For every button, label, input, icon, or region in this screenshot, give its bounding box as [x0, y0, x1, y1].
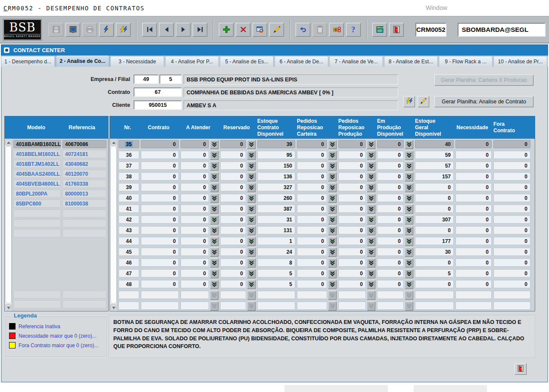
detail-cell-col8[interactable]: 0 [377, 183, 404, 191]
detail-cell-col5[interactable]: 39 [257, 140, 295, 148]
detail-cell-col4[interactable]: 0 [220, 140, 246, 148]
detail-cell-col9[interactable]: 307 [415, 215, 454, 224]
chevron-down-icon-button[interactable] [328, 215, 337, 224]
detail-cell-col8[interactable]: 0 [377, 215, 404, 224]
chevron-down-icon-button[interactable] [367, 237, 375, 246]
detail-cell-col4[interactable]: 0 [220, 269, 246, 277]
modelo-cell[interactable]: 80BPL200PA [13, 190, 61, 198]
modelo-cell[interactable]: 4018BTJM1402LL [13, 160, 61, 168]
detail-cell-col6[interactable]: 0 [297, 237, 327, 245]
detail-cell-col10[interactable]: 0 [455, 215, 492, 224]
detail-cell-col1[interactable]: 35 [119, 140, 139, 148]
detail-cell-col1[interactable]: 48 [119, 280, 139, 288]
tab-7[interactable]: 7 - Analise de Ve... [329, 56, 383, 67]
detail-cell-col4[interactable]: 0 [220, 226, 246, 234]
detail-cell-col2[interactable]: 0 [141, 140, 179, 148]
detail-cell-col5[interactable]: 24 [257, 248, 295, 256]
menu-icon-button[interactable]: Menu [372, 23, 387, 37]
undo-icon-button[interactable] [296, 23, 310, 37]
chevron-down-icon-button[interactable] [247, 258, 256, 268]
program-code-field[interactable]: CRM0052 [415, 23, 446, 37]
referencia-cell[interactable]: 81000038 [62, 199, 106, 208]
chevron-down-icon-button[interactable] [247, 280, 256, 289]
detail-cell-col1[interactable]: 42 [119, 215, 139, 224]
empresa-input[interactable]: 49 [134, 75, 159, 84]
detail-cell-col5[interactable]: 8 [257, 258, 295, 267]
detail-cell-col3[interactable]: 0 [181, 140, 209, 148]
detail-cell-col3[interactable]: 0 [181, 237, 209, 245]
detail-cell-col10[interactable]: 0 [455, 140, 492, 148]
scrollbar-thumb[interactable] [110, 146, 117, 304]
detail-cell-col10[interactable]: 0 [455, 205, 492, 213]
detail-cell-col7[interactable]: 0 [338, 172, 366, 180]
detail-cell-col7[interactable]: 0 [338, 226, 366, 234]
detail-cell-col2[interactable]: 0 [141, 215, 179, 224]
detail-cell-col9[interactable]: 57 [415, 162, 454, 170]
edit-pencil-icon-button[interactable] [418, 96, 429, 107]
tab-10[interactable]: 10 - Analise de Pr... [493, 56, 547, 67]
chevron-down-icon-button[interactable] [328, 280, 337, 289]
detail-cell-col6[interactable]: 0 [297, 280, 327, 288]
detail-cell-col3[interactable]: 0 [181, 269, 209, 277]
chevron-down-icon-button[interactable] [367, 183, 375, 192]
chevron-down-icon-button[interactable] [247, 237, 256, 246]
detail-cell-col9[interactable]: 0 [415, 226, 454, 234]
detail-cell-col3[interactable]: 0 [181, 151, 209, 159]
cliente-input[interactable]: 950015 [134, 100, 182, 110]
gerar-planilha-analise-button[interactable]: Gerar Planilha: Analise de Contrato [434, 96, 533, 107]
chevron-down-icon-button[interactable] [328, 162, 337, 171]
referencia-cell[interactable]: 40724181 [62, 150, 106, 158]
detail-cell-col2[interactable]: 0 [141, 205, 179, 213]
chevron-down-icon-button[interactable] [405, 269, 413, 278]
chevron-down-icon-button[interactable] [247, 183, 256, 192]
tab-5[interactable]: 5 - Analise de Es... [220, 56, 274, 67]
detail-cell-col3[interactable]: 0 [181, 205, 209, 213]
chevron-down-icon-button[interactable] [367, 140, 375, 149]
chevron-down-icon-button[interactable] [328, 248, 337, 257]
detail-cell-col2[interactable]: 0 [141, 280, 179, 288]
detail-cell-col4[interactable]: 0 [220, 194, 246, 202]
detail-cell-col11[interactable]: 0 [493, 237, 530, 245]
chevron-down-icon-button[interactable] [367, 215, 375, 224]
detail-cell-col7[interactable]: 0 [338, 237, 366, 245]
detail-cell-col8[interactable]: 0 [377, 226, 404, 234]
scroll-down-icon[interactable] [5, 304, 11, 311]
chevron-down-icon-button[interactable] [247, 269, 256, 278]
user-field[interactable]: SBOMBARDA@SEGL [458, 23, 546, 37]
chevron-down-icon-button[interactable] [405, 183, 413, 192]
modelo-cell[interactable]: 85BPC600 [13, 199, 61, 208]
chevron-down-icon-button[interactable] [210, 258, 218, 268]
chevron-down-icon-button[interactable] [247, 172, 256, 181]
detail-cell-col6[interactable]: 0 [297, 140, 327, 148]
modelo-cell[interactable]: 4018BELM1602LL [13, 150, 61, 158]
tab-8[interactable]: 8 - Analise de Est... [384, 56, 438, 67]
chevron-down-icon-button[interactable] [367, 151, 375, 160]
scrollbar-thumb[interactable] [5, 146, 12, 304]
detail-cell-col2[interactable]: 0 [141, 172, 179, 180]
chevron-down-icon-button[interactable] [247, 194, 256, 203]
chevron-down-icon-button[interactable] [210, 280, 218, 289]
detail-cell-col8[interactable]: 0 [377, 248, 404, 256]
detail-cell-col2[interactable]: 0 [141, 162, 179, 170]
detail-cell-col5[interactable]: 5 [257, 269, 295, 277]
detail-cell-col11[interactable]: 0 [493, 226, 530, 234]
detail-cell-col1[interactable]: 46 [119, 258, 139, 267]
detail-cell-col9[interactable]: 30 [415, 248, 454, 256]
detail-cell-col5[interactable]: 150 [257, 162, 295, 170]
detail-cell-col8[interactable]: 0 [377, 269, 404, 277]
detail-cell-col6[interactable]: 0 [297, 183, 327, 191]
referencia-cell[interactable]: 40120070 [62, 170, 106, 178]
detail-cell-col6[interactable]: 0 [297, 205, 327, 213]
detail-cell-col2[interactable]: 0 [141, 258, 179, 267]
detail-cell-col7[interactable]: 0 [338, 183, 366, 191]
detail-cell-col3[interactable]: 0 [181, 183, 209, 191]
detail-cell-col8[interactable]: 0 [377, 280, 404, 288]
detail-cell-col3[interactable]: 0 [181, 258, 209, 267]
detail-cell-col11[interactable]: 0 [493, 183, 530, 191]
detail-cell-col3[interactable]: 0 [181, 194, 209, 202]
modelo-cell[interactable]: 4045BVEB4600LL [13, 180, 61, 188]
run-help-icon-button[interactable]: ? [99, 23, 114, 37]
detail-cell-col10[interactable]: 0 [455, 258, 492, 267]
chevron-down-icon-button[interactable] [247, 162, 256, 171]
referencia-cell[interactable]: 40670086 [62, 140, 106, 148]
